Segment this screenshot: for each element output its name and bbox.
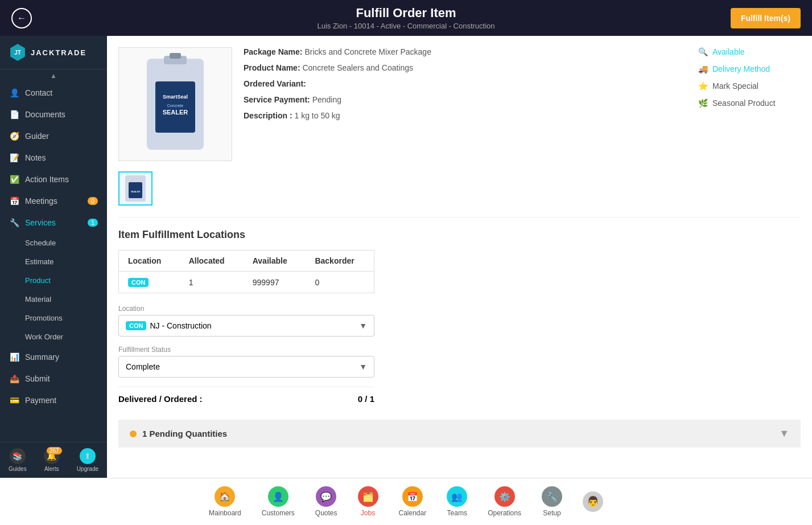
user-avatar-item[interactable]: 👨: [572, 488, 613, 515]
seasonal-product-label: Seasonal Product: [712, 99, 776, 108]
action-mark-special[interactable]: ⭐ Mark Special: [698, 81, 801, 91]
quotes-label: Quotes: [315, 509, 337, 517]
thumbnail-row: SEALER: [118, 171, 232, 206]
nav-jobs[interactable]: 🗂️ Jobs: [348, 483, 389, 520]
svg-text:SmartSeal: SmartSeal: [163, 94, 188, 100]
product-name-value: Concrete Sealers and Coatings: [302, 63, 413, 72]
summary-icon: 📊: [9, 352, 19, 362]
col-backorder: Backorder: [306, 251, 374, 272]
teams-icon: 👥: [447, 486, 467, 507]
notes-icon: 📝: [9, 153, 19, 162]
logo-text: JACKTRADE: [31, 48, 86, 57]
sidebar-item-submit[interactable]: 📤 Submit: [0, 368, 107, 389]
status-field: Fulfillment Status Complete ▼: [118, 346, 801, 378]
product-image-area: SmartSeal Concrete SEALER SEALER: [118, 47, 232, 206]
sidebar-label-guider: Guider: [25, 132, 49, 141]
available-icon: 🔍: [698, 47, 708, 56]
nav-quotes[interactable]: 💬 Quotes: [305, 483, 348, 520]
delivered-row: Delivered / Ordered : 0 / 1: [118, 387, 374, 411]
guides-label: Guides: [9, 466, 27, 472]
back-button[interactable]: ←: [11, 8, 32, 28]
action-available[interactable]: 🔍 Available: [698, 47, 801, 56]
section-divider: [118, 217, 801, 218]
thumbnail-svg: SEALER: [124, 174, 147, 203]
services-badge: 1: [88, 219, 98, 227]
status-value: Complete: [126, 362, 160, 371]
location-value: NJ - Construction: [150, 321, 211, 330]
sidebar-sub-promotions[interactable]: Promotions: [0, 309, 107, 327]
nav-teams[interactable]: 👥 Teams: [436, 483, 477, 520]
service-payment-value: Pending: [312, 95, 341, 104]
main-content: SmartSeal Concrete SEALER SEALER: [107, 36, 812, 478]
package-name-row: Package Name: Bricks and Concrete Mixer …: [244, 47, 687, 56]
upgrade-icon: ⬆: [80, 448, 96, 464]
sidebar-item-action-items[interactable]: ✅ Action Items: [0, 169, 107, 190]
sidebar-item-notes[interactable]: 📝 Notes: [0, 147, 107, 169]
sidebar-item-documents[interactable]: 📄 Documents: [0, 104, 107, 125]
nav-customers[interactable]: 👤 Customers: [252, 483, 305, 520]
seasonal-product-icon: 🌿: [698, 99, 708, 108]
svg-text:SEALER: SEALER: [163, 109, 188, 116]
calendar-label: Calendar: [399, 509, 427, 517]
status-select[interactable]: Complete ▼: [118, 356, 374, 378]
nav-calendar[interactable]: 📅 Calendar: [389, 483, 437, 520]
contact-icon: 👤: [9, 88, 19, 97]
sidebar: JT JACKTRADE ▲ 👤 Contact 📄 Documents 🧭 G…: [0, 36, 107, 478]
ordered-variant-row: Ordered Variant:: [244, 79, 687, 88]
row-allocated: 1: [180, 272, 244, 293]
action-seasonal-product[interactable]: 🌿 Seasonal Product: [698, 99, 801, 108]
jobs-icon: 🗂️: [358, 486, 378, 507]
logo-icon: JT: [9, 44, 26, 61]
sidebar-item-services[interactable]: 🔧 Services 1: [0, 212, 107, 233]
product-thumbnail[interactable]: SEALER: [118, 171, 152, 206]
services-icon: 🔧: [9, 218, 19, 227]
customers-label: Customers: [262, 509, 295, 517]
operations-label: Operations: [488, 509, 521, 517]
package-name-value: Bricks and Concrete Mixer Package: [304, 47, 431, 56]
fulfill-button[interactable]: Fulfill Item(s): [731, 8, 801, 28]
sidebar-sub-estimate[interactable]: Estimate: [0, 252, 107, 271]
location-label: Location: [118, 305, 801, 313]
location-chevron-icon: ▼: [359, 321, 367, 330]
delivery-method-label: Delivery Method: [712, 64, 770, 73]
action-delivery-method[interactable]: 🚚 Delivery Method: [698, 64, 801, 73]
nav-mainboard[interactable]: 🏠 Mainboard: [199, 483, 252, 520]
location-select[interactable]: CON NJ - Construction ▼: [118, 315, 374, 337]
sidebar-sub-work-order[interactable]: Work Order: [0, 327, 107, 346]
sidebar-sub-product[interactable]: Product: [0, 271, 107, 290]
product-main-image: SmartSeal Concrete SEALER: [118, 47, 232, 161]
sidebar-sub-material[interactable]: Material: [0, 290, 107, 309]
pending-banner: 1 Pending Quantities ▼: [118, 420, 801, 448]
alerts-label: Alerts: [44, 466, 59, 472]
sidebar-item-guider[interactable]: 🧭 Guider: [0, 125, 107, 147]
alerts-nav-item[interactable]: 🔔 267 Alerts: [44, 448, 60, 472]
svg-text:Concrete: Concrete: [167, 104, 184, 108]
service-payment-row: Service Payment: Pending: [244, 95, 687, 104]
sidebar-item-meetings[interactable]: 📅 Meetings 0: [0, 190, 107, 212]
product-info: Package Name: Bricks and Concrete Mixer …: [244, 47, 687, 206]
page-subtitle: Luis Zion - 10014 - Active - Commercial …: [11, 22, 801, 30]
description-value: 1 kg to 50 kg: [294, 111, 340, 120]
nav-setup[interactable]: 🔧 Setup: [531, 483, 572, 520]
product-name-label: Product Name:: [244, 63, 300, 72]
action-items-icon: ✅: [9, 175, 19, 184]
guides-nav-item[interactable]: 📚 Guides: [9, 448, 27, 472]
sidebar-item-contact[interactable]: 👤 Contact: [0, 82, 107, 104]
main-layout: JT JACKTRADE ▲ 👤 Contact 📄 Documents 🧭 G…: [0, 36, 812, 478]
sidebar-logo: JT JACKTRADE: [0, 36, 107, 69]
upgrade-nav-item[interactable]: ⬆ Upgrade: [77, 448, 98, 472]
description-row: Description : 1 kg to 50 kg: [244, 111, 687, 120]
meetings-badge: 0: [88, 197, 98, 205]
sidebar-item-payment[interactable]: 💳 Payment: [0, 389, 107, 411]
col-allocated: Allocated: [180, 251, 244, 272]
sidebar-sub-schedule[interactable]: Schedule: [0, 233, 107, 252]
nav-operations[interactable]: ⚙️ Operations: [477, 483, 531, 520]
sidebar-item-summary[interactable]: 📊 Summary: [0, 346, 107, 368]
delivered-label: Delivered / Ordered :: [118, 394, 203, 404]
mark-special-icon: ⭐: [698, 81, 708, 91]
sidebar-label-meetings: Meetings: [25, 196, 57, 206]
bottom-nav: 🏠 Mainboard 👤 Customers 💬 Quotes 🗂️ Jobs…: [0, 478, 812, 525]
sidebar-label-submit: Submit: [25, 374, 50, 383]
delivered-value: 0 / 1: [358, 394, 374, 404]
sidebar-label-summary: Summary: [25, 352, 59, 362]
